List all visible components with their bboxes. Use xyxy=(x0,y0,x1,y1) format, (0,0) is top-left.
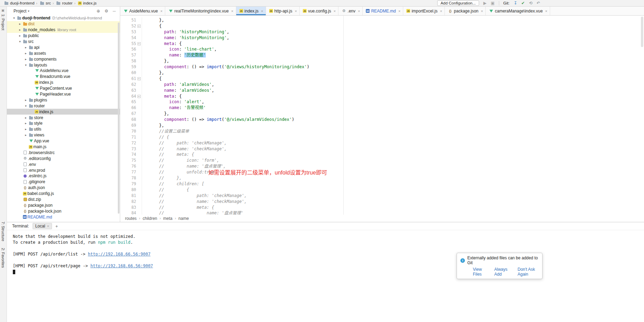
tree-item-package.json[interactable]: {}package.json xyxy=(7,203,120,208)
tree-item-utils[interactable]: ▸utils xyxy=(7,126,120,132)
close-icon[interactable]: × xyxy=(545,9,547,13)
tool-button-structure[interactable]: 7: Structure xyxy=(1,222,5,241)
terminal-tab-local[interactable]: Local × xyxy=(33,223,52,229)
tab-readme.md[interactable]: MDREADME.md× xyxy=(363,7,403,15)
chevron-collapsed-icon[interactable]: ▸ xyxy=(24,57,28,61)
tree-item-store[interactable]: ▸store xyxy=(7,115,120,120)
debug-icon[interactable]: ▣ xyxy=(491,1,495,6)
tree-item-pagecontent.vue[interactable]: PageContent.vue xyxy=(7,86,120,91)
tree-item-.env.prod[interactable]: .env.prod xyxy=(7,167,120,173)
breadcrumb-item-src[interactable]: src xyxy=(39,1,51,6)
tree-item-.eslintrc.js[interactable]: .eslintrc.js xyxy=(7,173,120,179)
tab-.env[interactable]: ⚙.env× xyxy=(338,7,363,15)
tree-item-asidemenu.vue[interactable]: AsideMenu.vue xyxy=(7,68,120,74)
chevron-collapsed-icon[interactable]: ▸ xyxy=(18,34,22,37)
breadcrumb-item-router[interactable]: router xyxy=(55,1,72,6)
terminal-link[interactable]: http://192.168.66.56:9007 xyxy=(88,252,151,257)
tree-item-layouts[interactable]: ▾layouts xyxy=(7,62,120,68)
run-icon[interactable]: ▶ xyxy=(483,1,486,6)
tree-item-router[interactable]: ▾router xyxy=(7,103,120,109)
tree-item-src[interactable]: ▾src xyxy=(7,39,120,45)
git-history-icon[interactable]: ⟲ xyxy=(529,1,532,6)
editor-breadcrumb-routes[interactable]: routes xyxy=(125,216,136,221)
chevron-collapsed-icon[interactable]: ▸ xyxy=(24,98,28,102)
chevron-collapsed-icon[interactable]: ▸ xyxy=(24,133,28,137)
chevron-collapsed-icon[interactable]: ▸ xyxy=(24,127,28,131)
tab-http-api.js[interactable]: JShttp-api.js× xyxy=(266,7,300,15)
chevron-collapsed-icon[interactable]: ▸ xyxy=(18,22,22,26)
fold-icon[interactable]: − xyxy=(138,42,141,45)
tab-vue.config.js[interactable]: JSvue.config.js× xyxy=(300,7,338,15)
close-icon[interactable]: × xyxy=(358,9,360,13)
editor[interactable]: 51 },52− {53 path: 'historyMonitoring',5… xyxy=(120,16,644,215)
breadcrumb-item-duoji-frontend[interactable]: duoji-frontend xyxy=(3,1,34,6)
tree-item-.env[interactable]: .env xyxy=(7,161,120,167)
tree-item-components[interactable]: ▸components xyxy=(7,56,120,62)
tree-item-breadcrumb.vue[interactable]: Breadcrumb.vue xyxy=(7,74,120,80)
git-revert-icon[interactable]: ↶ xyxy=(537,1,540,6)
fold-icon[interactable]: − xyxy=(138,95,141,98)
tab-importexcel.js[interactable]: JSimportExcel.js× xyxy=(403,7,445,15)
tab-cameramanage-index.vue[interactable]: cameraManage\index.vue× xyxy=(486,7,550,15)
hide-panel-icon[interactable]: ─ xyxy=(113,9,116,14)
tree-item-main.js[interactable]: JSmain.js xyxy=(7,144,120,150)
tool-button-favorites[interactable]: 2: Favorites xyxy=(1,248,5,268)
tree-item-index.js[interactable]: JSindex.js xyxy=(7,109,120,115)
tree-item-views[interactable]: ▸views xyxy=(7,132,120,138)
fold-icon[interactable]: − xyxy=(138,25,141,28)
tree-item-plugins[interactable]: ▸plugins xyxy=(7,97,120,103)
close-icon[interactable]: × xyxy=(440,9,442,13)
chevron-expanded-icon[interactable]: ▾ xyxy=(24,104,28,108)
fold-icon[interactable]: − xyxy=(138,77,141,80)
project-tree-scrollbar[interactable] xyxy=(118,23,120,214)
notification-action-view-files[interactable]: View Files xyxy=(473,267,487,277)
close-icon[interactable]: × xyxy=(398,9,400,13)
tree-item-package-lock.json[interactable]: {}package-lock.json xyxy=(7,208,120,214)
chevron-expanded-icon[interactable]: ▾ xyxy=(24,63,28,67)
editor-breadcrumb-meta[interactable]: meta xyxy=(163,216,173,221)
notification-action-always-add[interactable]: Always Add xyxy=(494,267,510,277)
breadcrumb-item-index.js[interactable]: JSindex.js xyxy=(77,1,97,5)
tree-item-dist.zip[interactable]: dist.zip xyxy=(7,197,120,203)
tab-realtimemonitoring-index.vue[interactable]: realTimeMonitoring\index.vue× xyxy=(165,7,236,15)
tree-item-.editorconfig[interactable]: ⚙.editorconfig xyxy=(7,155,120,161)
chevron-collapsed-icon[interactable]: ▸ xyxy=(24,116,28,119)
git-update-icon[interactable]: ↧ xyxy=(514,1,517,6)
tree-item-public[interactable]: ▸public xyxy=(7,33,120,39)
tree-item-.gitignore[interactable]: .gitignore xyxy=(7,179,120,185)
close-icon[interactable]: × xyxy=(295,9,297,13)
close-icon[interactable]: × xyxy=(481,9,483,13)
close-icon[interactable]: × xyxy=(160,9,162,13)
notification-action-don-t-ask-again[interactable]: Don't Ask Again xyxy=(518,267,539,277)
chevron-collapsed-icon[interactable]: ▸ xyxy=(24,122,28,125)
tree-item-node-modules[interactable]: ▸node_moduleslibrary root xyxy=(7,27,120,33)
tree-item-auth.json[interactable]: {}auth.json xyxy=(7,185,120,191)
chevron-collapsed-icon[interactable]: ▸ xyxy=(18,28,22,32)
git-commit-icon[interactable]: ✔ xyxy=(521,1,525,6)
project-view-selector[interactable]: Project ▾ xyxy=(14,9,29,14)
new-terminal-icon[interactable]: + xyxy=(55,224,58,229)
tree-item-index.js[interactable]: JSindex.js xyxy=(7,80,120,86)
editor-breadcrumb-children[interactable]: children xyxy=(143,216,157,221)
tree-item-api[interactable]: ▸api xyxy=(7,44,120,50)
close-icon[interactable]: × xyxy=(261,9,263,13)
tree-item-pageheader.vue[interactable]: PageHeader.vue xyxy=(7,91,120,97)
editor-scrollbar[interactable] xyxy=(641,17,643,47)
chevron-expanded-icon[interactable]: ▾ xyxy=(18,40,22,43)
close-icon[interactable]: × xyxy=(231,9,233,13)
locate-icon[interactable]: ⊕ xyxy=(97,9,100,14)
tree-item-assets[interactable]: ▸assets xyxy=(7,50,120,56)
tree-item-style[interactable]: ▸style xyxy=(7,120,120,126)
tab-asidemenu.vue[interactable]: AsideMenu.vue× xyxy=(120,7,165,15)
add-configuration-button[interactable]: Add Configuration... xyxy=(437,0,479,6)
chevron-collapsed-icon[interactable]: ▸ xyxy=(24,52,28,55)
close-icon[interactable]: × xyxy=(334,9,336,13)
tree-item-babel.config.js[interactable]: JSbabel.config.js xyxy=(7,191,120,197)
tree-item-.browserslistrc[interactable]: .browserslistrc xyxy=(7,150,120,155)
tool-button-project[interactable]: 1: Project xyxy=(1,14,5,30)
tree-item-duoji-frontend[interactable]: ▾duoji-frontendD:\zheheWeb\duoji-fronten… xyxy=(7,15,120,21)
tree-item-dist[interactable]: ▸dist xyxy=(7,21,120,27)
close-icon[interactable]: × xyxy=(47,224,49,228)
tree-item-app.vue[interactable]: App.vue xyxy=(7,138,120,144)
settings-icon[interactable]: ⚙ xyxy=(105,9,108,14)
